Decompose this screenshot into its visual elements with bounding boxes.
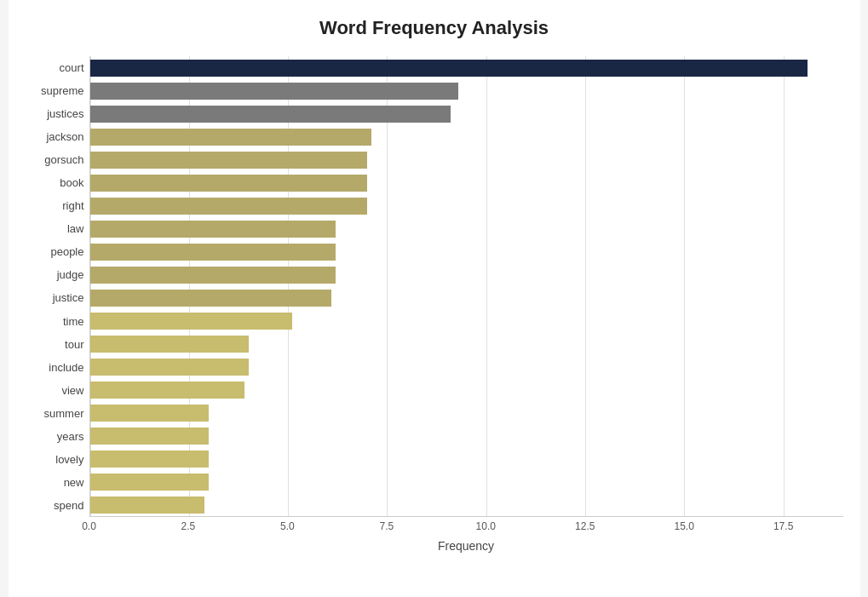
chart-area: courtsupremejusticesjacksongorsuchbookri… — [26, 56, 843, 517]
bar — [90, 152, 368, 169]
bar-row — [90, 309, 843, 332]
bar — [90, 129, 371, 146]
chart-title: Word Frequency Analysis — [26, 17, 843, 39]
y-label: summer — [44, 402, 84, 425]
bar-row — [90, 401, 843, 424]
bar-row — [90, 263, 843, 286]
bar-row — [90, 125, 843, 148]
bar-row — [90, 286, 843, 309]
bar — [90, 382, 244, 399]
x-tick: 17.5 — [773, 520, 793, 532]
bar-row — [90, 217, 843, 240]
bar-row — [90, 171, 843, 194]
bar-row — [90, 194, 843, 217]
bar — [90, 198, 368, 215]
y-label: gorsuch — [44, 148, 83, 171]
bar — [90, 497, 205, 514]
bar — [90, 451, 210, 468]
bar-row — [90, 355, 843, 378]
bar — [90, 267, 336, 284]
x-tick: 2.5 — [181, 520, 196, 532]
bar-row — [90, 447, 843, 470]
bar — [90, 83, 459, 100]
y-label: justice — [53, 286, 84, 309]
bar-row — [90, 493, 843, 516]
y-label: include — [49, 356, 83, 379]
y-label: people — [50, 240, 83, 263]
bar — [90, 313, 292, 330]
y-label: view — [61, 379, 83, 402]
bar-row — [90, 102, 843, 125]
y-label: time — [63, 310, 84, 333]
bar-row — [90, 470, 843, 493]
y-labels: courtsupremejusticesjacksongorsuchbookri… — [26, 56, 89, 517]
y-label: supreme — [41, 79, 84, 102]
y-label: law — [67, 217, 84, 240]
x-tick: 12.5 — [575, 520, 595, 532]
bar — [90, 474, 210, 491]
bar-row — [90, 378, 843, 401]
y-label: court — [60, 56, 84, 79]
bar-row — [90, 148, 843, 171]
y-label: spend — [54, 494, 83, 517]
bar — [90, 359, 249, 376]
x-axis-label: Frequency — [26, 539, 843, 553]
bar-row — [90, 240, 843, 263]
x-tick: 10.0 — [476, 520, 496, 532]
bar — [90, 244, 336, 261]
bar-row — [90, 424, 843, 447]
bar-row — [90, 79, 843, 102]
bar-row — [90, 332, 843, 355]
chart-container: Word Frequency Analysis courtsupremejust… — [9, 0, 860, 597]
y-label: judge — [57, 263, 84, 286]
y-label: justices — [47, 102, 83, 125]
y-label: lovely — [55, 448, 83, 471]
bar — [90, 221, 336, 238]
bar — [90, 405, 210, 422]
bar — [90, 60, 808, 77]
bar — [90, 175, 368, 192]
y-label: new — [64, 471, 84, 494]
y-label: tour — [65, 333, 83, 356]
bars-area — [89, 56, 843, 517]
x-tick: 5.0 — [280, 520, 295, 532]
bar — [90, 290, 332, 307]
y-label: right — [62, 194, 83, 217]
x-tick: 7.5 — [379, 520, 394, 532]
bar — [90, 106, 451, 123]
bar — [90, 428, 210, 445]
x-tick: 15.0 — [674, 520, 693, 532]
y-label: jackson — [46, 125, 83, 148]
y-label: years — [57, 425, 84, 448]
bar-row — [90, 56, 843, 79]
bar — [90, 336, 249, 353]
y-label: book — [60, 171, 83, 194]
x-tick: 0.0 — [82, 520, 96, 532]
